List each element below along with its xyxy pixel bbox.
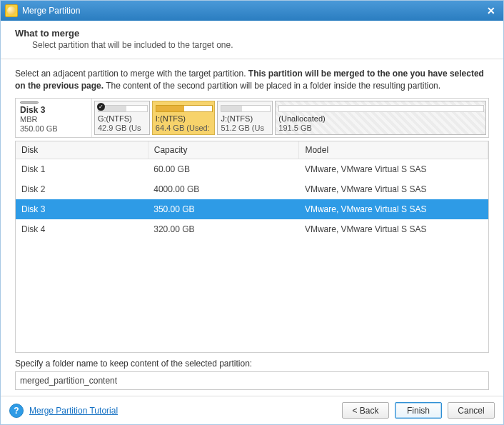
partition-block[interactable]: J:(NTFS)51.2 GB (Us [217,101,273,135]
instruction-text: Select an adjacent partition to merge wi… [15,68,489,92]
instruction-post: The content of the second partition will… [104,81,440,91]
cell-disk: Disk 4 [16,219,148,239]
cell-disk: Disk 2 [16,179,148,199]
close-icon[interactable]: ✕ [483,4,499,18]
content-area: Select an adjacent partition to merge wi… [1,59,503,396]
partition-size: 42.9 GB (Us [98,124,146,133]
partition-label: J:(NTFS) [221,114,269,124]
cell-capacity: 4000.00 GB [148,179,299,199]
page-subtitle: Select partition that will be included t… [32,40,489,50]
back-button[interactable]: < Back [342,402,389,419]
table-row[interactable]: Disk 3350.00 GBVMware, VMware Virtual S … [16,199,488,219]
disk-size: 350.00 GB [20,124,87,134]
partition-size: 51.2 GB (Us [221,124,269,133]
col-disk[interactable]: Disk [16,141,148,159]
usage-bar [156,105,213,112]
cell-capacity: 60.00 GB [148,159,299,179]
disk-name: Disk 3 [20,105,87,115]
col-model[interactable]: Model [299,141,488,159]
dialog-footer: ? Merge Partition Tutorial < Back Finish… [1,396,503,424]
hdd-icon [20,101,39,104]
app-icon [5,4,18,17]
usage-bar [278,105,484,112]
cell-model: VMware, VMware Virtual S SAS [299,179,488,199]
usage-bar [98,105,148,112]
instruction-pre: Select an adjacent partition to merge wi… [15,69,248,79]
disk-type: MBR [20,115,87,124]
cell-disk: Disk 3 [16,199,148,219]
partition-block[interactable]: I:(NTFS)64.4 GB (Used: [152,101,216,135]
page-title: What to merge [15,28,489,39]
folder-name-input[interactable] [15,371,489,390]
partition-size: 64.4 GB (Used: [156,124,212,133]
disk-table: Disk Capacity Model Disk 160.00 GBVMware… [16,141,488,239]
partition-label: (Unallocated) [278,114,483,124]
cell-disk: Disk 1 [16,159,148,179]
table-row[interactable]: Disk 24000.00 GBVMware, VMware Virtual S… [16,179,488,199]
tutorial-link[interactable]: Merge Partition Tutorial [29,406,118,416]
wizard-header: What to merge Select partition that will… [1,21,503,59]
col-capacity[interactable]: Capacity [148,141,299,159]
check-icon: ✓ [97,103,105,111]
cell-model: VMware, VMware Virtual S SAS [299,159,488,179]
cell-capacity: 320.00 GB [148,219,299,239]
partition-label: I:(NTFS) [156,114,212,124]
table-row[interactable]: Disk 4320.00 GBVMware, VMware Virtual S … [16,219,488,239]
cell-model: VMware, VMware Virtual S SAS [299,199,488,219]
disk-table-wrapper: Disk Capacity Model Disk 160.00 GBVMware… [15,141,489,353]
partition-list: ✓G:(NTFS)42.9 GB (UsI:(NTFS)64.4 GB (Use… [92,99,488,137]
partition-size: 191.5 GB [278,124,483,133]
folder-name-label: Specify a folder name to keep content of… [15,359,489,369]
disk-info: Disk 3 MBR 350.00 GB [16,99,92,137]
disk-map: Disk 3 MBR 350.00 GB ✓G:(NTFS)42.9 GB (U… [15,98,489,138]
partition-label: G:(NTFS) [98,114,146,124]
merge-partition-dialog: Merge Partition ✕ What to merge Select p… [0,0,504,425]
partition-block[interactable]: ✓G:(NTFS)42.9 GB (Us [94,101,150,135]
cell-model: VMware, VMware Virtual S SAS [299,219,488,239]
table-row[interactable]: Disk 160.00 GBVMware, VMware Virtual S S… [16,159,488,179]
finish-button[interactable]: Finish [395,402,442,419]
titlebar: Merge Partition ✕ [1,1,503,21]
partition-block[interactable]: (Unallocated)191.5 GB [275,101,486,135]
cell-capacity: 350.00 GB [148,199,299,219]
cancel-button[interactable]: Cancel [448,402,495,419]
help-icon[interactable]: ? [9,404,24,418]
usage-bar [221,105,271,112]
window-title: Merge Partition [22,6,483,16]
